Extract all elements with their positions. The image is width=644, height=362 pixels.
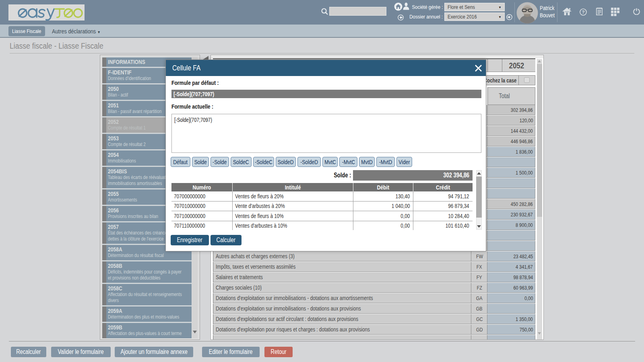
svg-text:?: ? [582, 10, 584, 14]
